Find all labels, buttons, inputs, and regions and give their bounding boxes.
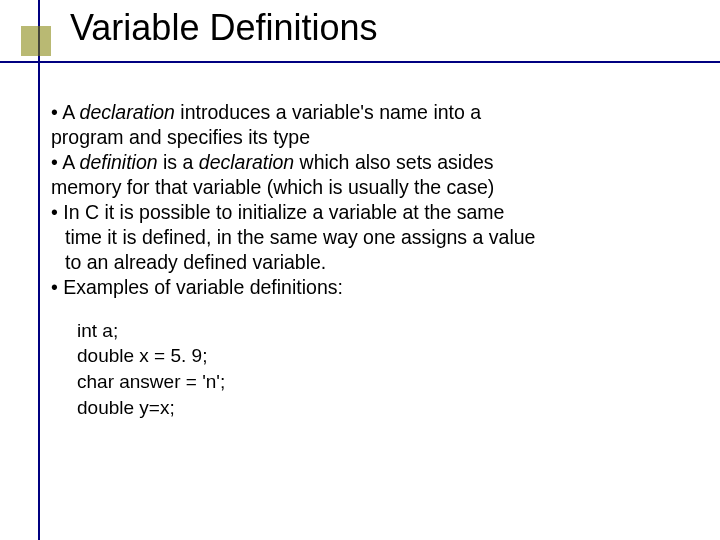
- italic-term-declaration-2: declaration: [199, 151, 294, 173]
- code-line-1: int a;: [77, 318, 671, 344]
- bullet-4: • Examples of variable definitions:: [51, 275, 671, 300]
- text: • A: [51, 101, 80, 123]
- accent-horizontal-line: [0, 61, 720, 63]
- accent-square: [21, 26, 51, 56]
- code-line-2: double x = 5. 9;: [77, 343, 671, 369]
- text: is a: [158, 151, 199, 173]
- slide-body: • A declaration introduces a variable's …: [51, 100, 671, 420]
- bullet-3-line-1: • In C it is possible to initialize a va…: [51, 200, 671, 225]
- slide: Variable Definitions • A declaration int…: [0, 0, 720, 540]
- accent-vertical-line: [38, 0, 40, 540]
- bullet-2-line-2: memory for that variable (which is usual…: [51, 175, 671, 200]
- bullet-1-line-2: program and specifies its type: [51, 125, 671, 150]
- code-line-3: char answer = 'n';: [77, 369, 671, 395]
- bullet-3-line-2: time it is defined, in the same way one …: [51, 225, 671, 250]
- code-examples: int a; double x = 5. 9; char answer = 'n…: [51, 318, 671, 421]
- text: introduces a variable's name into a: [175, 101, 481, 123]
- bullet-3-line-3: to an already defined variable.: [51, 250, 671, 275]
- italic-term-definition: definition: [80, 151, 158, 173]
- italic-term-declaration: declaration: [80, 101, 175, 123]
- bullet-1-line-1: • A declaration introduces a variable's …: [51, 100, 671, 125]
- text: which also sets asides: [294, 151, 493, 173]
- text: • A: [51, 151, 80, 173]
- bullet-2-line-1: • A definition is a declaration which al…: [51, 150, 671, 175]
- code-line-4: double y=x;: [77, 395, 671, 421]
- slide-title: Variable Definitions: [70, 7, 378, 49]
